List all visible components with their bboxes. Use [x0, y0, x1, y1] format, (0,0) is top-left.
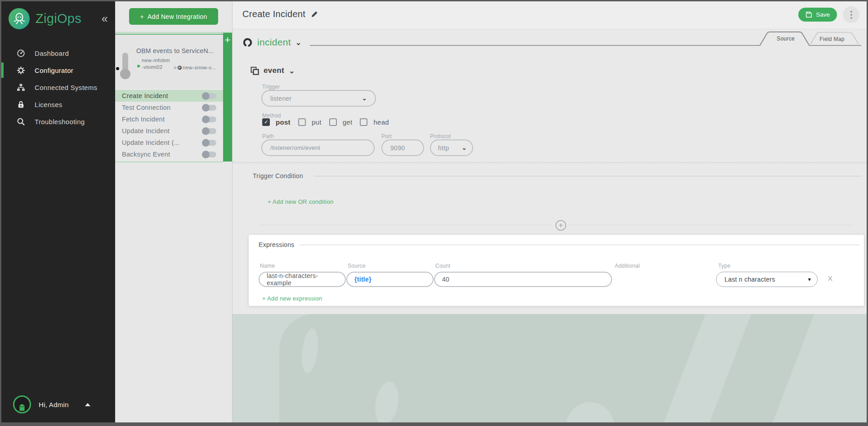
checkbox-get[interactable]: [329, 118, 337, 126]
column-source: Source: [348, 263, 366, 269]
configurator-icon: [16, 66, 25, 75]
checkbox-put[interactable]: [298, 118, 306, 126]
action-item-backsync-event[interactable]: Backsync Event: [115, 148, 223, 160]
expression-name-input[interactable]: last-n-characters-example: [259, 272, 346, 287]
entity-name: incident: [257, 37, 291, 48]
save-floppy-icon: [805, 11, 812, 18]
port-input[interactable]: 9090: [381, 139, 424, 156]
chevron-down-icon: ▾: [808, 276, 811, 283]
brand-name: ZigiOps: [36, 11, 81, 26]
sidebar-item-connected-systems[interactable]: Connected Systems: [1, 79, 115, 96]
action-item-update-incident-2[interactable]: Update Incident (...: [115, 137, 223, 148]
path-label: Path: [262, 133, 274, 139]
user-greeting: Hi, Admin: [39, 401, 69, 408]
target-system-icon: [178, 66, 182, 70]
sidebar-item-licenses[interactable]: Licenses: [1, 96, 115, 113]
integration-pin-icon: [122, 53, 128, 73]
trigger-select[interactable]: listener ⌄: [261, 90, 376, 107]
selection-marker: [116, 67, 119, 70]
method-label: Method: [262, 112, 281, 119]
chevron-down-icon: ⌄: [362, 95, 367, 102]
add-section-control: +: [552, 219, 569, 231]
sidebar-item-label: Connected Systems: [35, 84, 97, 91]
toggle-switch[interactable]: [202, 140, 216, 146]
incident-ring-icon: [242, 37, 253, 48]
tab-source[interactable]: Source: [765, 36, 806, 42]
column-additional: Additional: [615, 263, 640, 269]
chevron-down-icon: ⌄: [462, 144, 467, 151]
toggle-switch[interactable]: [202, 105, 216, 111]
section-shadow: [233, 162, 867, 164]
caret-up-icon: [85, 403, 90, 406]
event-section-header[interactable]: event ⌄: [251, 66, 295, 75]
column-type: Type: [718, 263, 730, 269]
brand-row: ZigiOps «: [1, 1, 115, 34]
status-dot: [137, 65, 140, 67]
tab-field-map[interactable]: Field Map: [812, 36, 852, 42]
integration-target-system: > new-snow-v...: [174, 65, 216, 70]
plus-icon: +: [140, 13, 143, 20]
event-squares-icon: [251, 67, 259, 75]
more-options-button[interactable]: [843, 6, 859, 23]
action-list: Create Incident Test Connection Fetch In…: [115, 90, 223, 160]
arrow-glyph: >: [174, 65, 177, 70]
panel-divider: [115, 32, 232, 33]
panel-divider: [115, 161, 223, 162]
checkbox-post[interactable]: [262, 118, 270, 126]
action-item-update-incident[interactable]: Update Incident: [115, 125, 223, 137]
section-rule: [314, 176, 861, 176]
entity-dropdown[interactable]: incident ⌄: [242, 37, 302, 48]
toggle-switch[interactable]: [202, 128, 216, 134]
add-or-condition-link[interactable]: + Add new OR condition: [268, 198, 333, 205]
chevron-down-icon: ⌄: [289, 67, 295, 75]
toggle-switch[interactable]: [202, 117, 216, 122]
event-section-title: event: [264, 66, 284, 75]
sidebar-item-dashboard[interactable]: Dashboard: [1, 45, 115, 62]
sidebar-item-label: Troubleshooting: [35, 118, 85, 126]
action-item-fetch-incident[interactable]: Fetch Incident: [115, 113, 223, 125]
dashboard-icon: [16, 49, 25, 58]
integration-card[interactable]: OBM events to ServiceN... new-mfobm-vtom…: [115, 34, 223, 89]
expression-count-input[interactable]: 40: [434, 272, 612, 287]
add-expression-link[interactable]: + Add new expression: [262, 295, 322, 302]
integrations-panel: + Add New Integration OBM events to Serv…: [115, 1, 232, 422]
sidebar-item-troubleshooting[interactable]: Troubleshooting: [1, 113, 115, 130]
sidebar-item-label: Dashboard: [35, 49, 69, 57]
add-new-integration-button[interactable]: + Add New Integration: [129, 8, 218, 25]
expression-source-input[interactable]: {title}: [346, 272, 434, 287]
protocol-select[interactable]: http ⌄: [430, 139, 473, 156]
trigger-label: Trigger: [262, 84, 280, 90]
panel-accent-strip: +: [223, 33, 232, 161]
column-name: Name: [260, 263, 275, 269]
edit-pencil-icon[interactable]: [311, 11, 318, 18]
user-menu[interactable]: Hi, Admin: [13, 395, 90, 413]
trigger-condition-title: Trigger Condition: [253, 172, 303, 179]
decorative-footer: [233, 314, 867, 422]
column-count: Count: [435, 263, 451, 269]
expressions-title: Expressions: [259, 241, 295, 248]
checkbox-head[interactable]: [360, 118, 367, 126]
save-button[interactable]: Save: [798, 8, 837, 22]
troubleshooting-icon: [16, 117, 25, 126]
method-checkboxes: post put get head: [262, 118, 391, 126]
action-item-create-incident[interactable]: Create Incident: [115, 90, 223, 102]
action-item-test-connection[interactable]: Test Connection: [115, 102, 223, 113]
add-action-button[interactable]: +: [223, 35, 232, 45]
section-rule: [299, 245, 859, 245]
add-section-button[interactable]: +: [555, 220, 566, 231]
licenses-icon: [16, 100, 25, 109]
page-title: Create Incident: [242, 9, 318, 19]
remove-expression-button[interactable]: X: [828, 274, 832, 282]
sidebar-nav: Dashboard Configurator: [1, 45, 115, 130]
sidebar-item-label: Configurator: [35, 67, 73, 74]
sidebar-collapse-button[interactable]: «: [102, 13, 108, 24]
user-avatar: [13, 395, 31, 413]
sidebar-item-configurator[interactable]: Configurator: [1, 62, 115, 79]
toggle-switch[interactable]: [202, 93, 216, 99]
toggle-switch[interactable]: [202, 152, 216, 157]
main-content: Create Incident Save incident ⌄: [232, 1, 867, 422]
path-input[interactable]: /listener/omi/event: [261, 139, 375, 156]
integration-source-system: new-mfobm-vtomi02: [142, 57, 171, 71]
sidebar-item-label: Licenses: [35, 101, 63, 108]
expression-type-select[interactable]: Last n characters ▾: [716, 272, 818, 287]
